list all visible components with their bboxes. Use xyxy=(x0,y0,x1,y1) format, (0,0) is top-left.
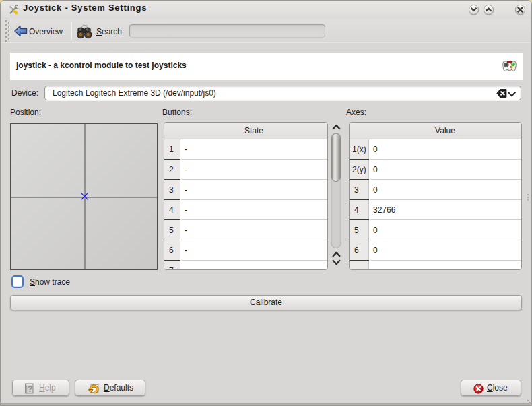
svg-text:?: ? xyxy=(28,384,32,394)
